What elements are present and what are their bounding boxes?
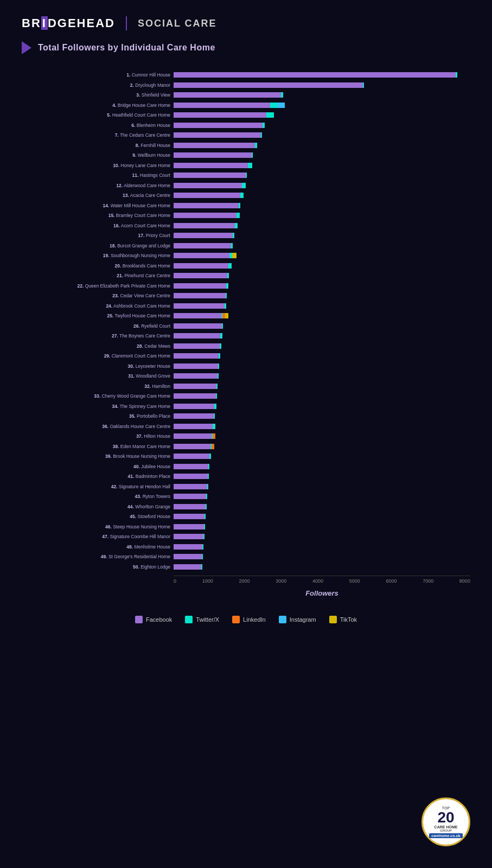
seg-facebook bbox=[174, 353, 219, 359]
bar-label: 3. Shinfield View bbox=[5, 92, 174, 98]
bar-row: 20. Brooklands Care Home bbox=[174, 261, 470, 270]
seg-tiktok bbox=[232, 253, 237, 258]
bar-label: 11. Hastings Court bbox=[5, 173, 174, 178]
bar-row: 43. Ryton Towers bbox=[174, 492, 470, 501]
bar-segments bbox=[174, 263, 232, 269]
seg-facebook bbox=[174, 474, 208, 479]
x-tick: 1000 bbox=[202, 578, 213, 584]
seg-facebook bbox=[174, 313, 221, 318]
seg-twitter bbox=[219, 353, 220, 359]
bar-segments bbox=[174, 513, 206, 520]
bar-label: 29. Claremont Court Care Home bbox=[5, 353, 174, 359]
bar-row: 35. Portobello Place bbox=[174, 412, 470, 420]
seg-twitter bbox=[266, 112, 274, 118]
bar-label: 9. Wellburn House bbox=[5, 152, 174, 158]
x-tick: 8000 bbox=[459, 578, 470, 584]
seg-facebook bbox=[174, 484, 207, 489]
seg-facebook bbox=[174, 303, 225, 309]
seg-twitter bbox=[213, 424, 215, 429]
seg-facebook bbox=[174, 132, 261, 138]
bar-segments bbox=[174, 72, 457, 78]
seg-twitter bbox=[235, 223, 238, 228]
bar-segments bbox=[174, 102, 285, 108]
bar-row: 5. Heathfield Court Care Home bbox=[174, 111, 470, 119]
bar-label: 32. Hamilton bbox=[5, 384, 174, 389]
seg-twitter bbox=[227, 273, 229, 278]
bar-row: 18. Burcot Grange and Lodge bbox=[174, 241, 470, 250]
bar-label: 17. Priory Court bbox=[5, 233, 174, 238]
bar-label: 37. Hilton House bbox=[5, 433, 174, 439]
legend-label: Twitter/X bbox=[196, 616, 219, 623]
seg-twitter bbox=[246, 173, 247, 178]
seg-tiktok bbox=[225, 313, 228, 318]
seg-facebook bbox=[174, 554, 202, 559]
bar-row: 12. Alderwood Care Home bbox=[174, 181, 470, 190]
bar-segments bbox=[174, 202, 240, 209]
bar-row: 26. Ryefield Court bbox=[174, 322, 470, 330]
bar-label: 14. Water Mill House Care Home bbox=[5, 203, 174, 208]
bar-label: 43. Ryton Towers bbox=[5, 494, 174, 499]
bar-segments bbox=[174, 182, 246, 189]
seg-twitter bbox=[242, 183, 246, 188]
seg-twitter bbox=[240, 193, 243, 198]
bar-segments bbox=[174, 333, 222, 339]
bar-row: 32. Hamilton bbox=[174, 382, 470, 391]
bar-label: 24. Ashbrook Court Care Home bbox=[5, 303, 174, 309]
seg-twitter bbox=[456, 72, 457, 78]
seg-facebook bbox=[174, 504, 206, 509]
bar-segments bbox=[174, 92, 283, 98]
seg-facebook bbox=[174, 433, 212, 439]
bar-row: 6. Blenheim House bbox=[174, 121, 470, 130]
seg-twitter bbox=[209, 454, 211, 459]
seg-twitter bbox=[220, 333, 222, 339]
seg-facebook bbox=[174, 72, 456, 78]
bar-segments bbox=[174, 122, 265, 129]
seg-facebook bbox=[174, 183, 242, 188]
legend-item: TikTok bbox=[329, 616, 357, 623]
seg-facebook bbox=[174, 323, 222, 329]
bar-row: 27. The Boynes Care Centre bbox=[174, 331, 470, 340]
seg-twitter bbox=[220, 343, 221, 349]
seg-twitter bbox=[208, 464, 209, 469]
seg-facebook bbox=[174, 333, 220, 339]
bar-label: 25. Twyford House Care Home bbox=[5, 313, 174, 318]
bar-segments bbox=[174, 383, 218, 390]
seg-facebook bbox=[174, 384, 216, 389]
brand-divider bbox=[126, 16, 127, 30]
bar-label: 10. Honey Lane Care Home bbox=[5, 163, 174, 168]
badge-site: carehome.co.uk bbox=[429, 833, 462, 838]
seg-twitter bbox=[222, 323, 223, 329]
bar-segments bbox=[174, 413, 215, 419]
bar-label: 33. Cherry Wood Grange Care Home bbox=[5, 393, 174, 399]
badge-group: GROUP bbox=[440, 829, 452, 832]
legend-color-box bbox=[329, 616, 337, 623]
bar-row: 38. Eden Manor Care Home bbox=[174, 442, 470, 451]
bar-label: 38. Eden Manor Care Home bbox=[5, 444, 174, 449]
x-tick: 0 bbox=[174, 578, 176, 584]
seg-facebook bbox=[174, 152, 252, 158]
seg-facebook bbox=[174, 203, 239, 208]
bar-segments bbox=[174, 423, 215, 430]
seg-facebook bbox=[174, 343, 220, 349]
seg-twitter bbox=[216, 393, 217, 399]
legend: FacebookTwitter/XLinkedInInstagramTikTok bbox=[0, 616, 492, 623]
seg-facebook bbox=[174, 564, 201, 570]
bar-segments bbox=[174, 192, 244, 199]
bar-segments bbox=[174, 242, 233, 249]
award-badge: TOP 20 CARE HOME GROUP carehome.co.uk bbox=[421, 797, 470, 846]
bar-label: 28. Cedar Mews bbox=[5, 343, 174, 349]
bar-segments bbox=[174, 312, 228, 319]
chart-title: Total Followers by Individual Care Home bbox=[38, 43, 215, 53]
bar-label: 35. Portobello Place bbox=[5, 413, 174, 419]
bar-segments bbox=[174, 393, 217, 399]
seg-facebook bbox=[174, 92, 281, 98]
bar-row: 4. Bridge House Care Home bbox=[174, 101, 470, 110]
seg-twitter bbox=[248, 163, 252, 168]
bar-segments bbox=[174, 443, 214, 450]
seg-facebook bbox=[174, 534, 203, 539]
seg-facebook bbox=[174, 393, 216, 399]
bar-label: 26. Ryefield Court bbox=[5, 323, 174, 329]
bar-label: 18. Burcot Grange and Lodge bbox=[5, 243, 174, 248]
bar-row: 15. Bramley Court Care Home bbox=[174, 211, 470, 220]
bar-row: 25. Twyford House Care Home bbox=[174, 311, 470, 320]
